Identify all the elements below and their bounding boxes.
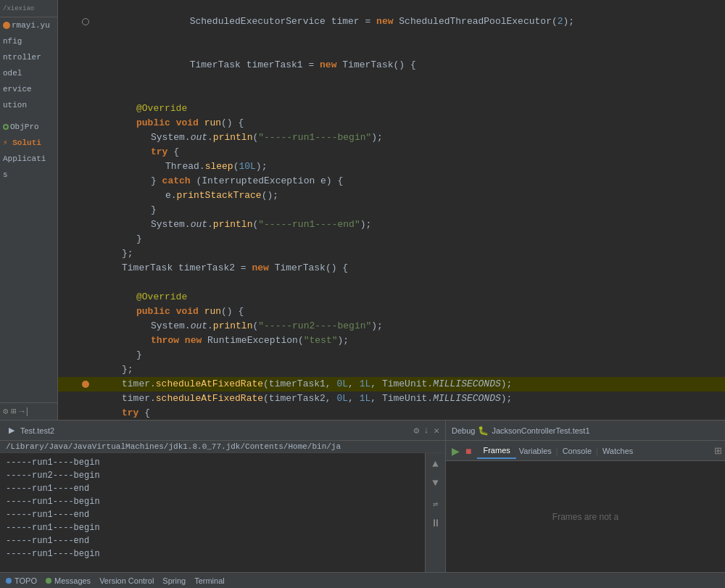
- code-line: TimerTask timerTask1 = new TimerTask() {: [58, 44, 725, 87]
- debug-content: Frames are not a: [446, 461, 725, 572]
- collapse-icon[interactable]: →|: [19, 407, 29, 417]
- code-line: }: [58, 203, 725, 218]
- gutter-circle-icon: [82, 18, 89, 25]
- code-line: @Override: [58, 102, 725, 116]
- code-viewport[interactable]: ScheduledExecutorService timer = new Sch…: [58, 0, 725, 420]
- expand-icon[interactable]: ⊞: [11, 406, 16, 417]
- log-line: -----run1----end: [6, 534, 419, 547]
- debug-subtab-bar: ▶ ■ Frames Variables | Console | Watches…: [446, 441, 725, 461]
- code-line: [58, 87, 725, 102]
- sidebar-item[interactable]: ntroller: [0, 49, 57, 65]
- sidebar-item[interactable]: rmayi.yu: [0, 17, 57, 33]
- breakpoint-icon: [82, 381, 89, 388]
- log-line: -----run1----begin: [6, 495, 419, 508]
- close-tab-icon[interactable]: ✕: [434, 425, 439, 436]
- output-panel: ▶ Test.test2 ⚙ ↓ ✕ /Library/Java/JavaVir…: [0, 421, 446, 572]
- sidebar-panel: /xiexiao rmayi.yu nfig ntroller odel erv…: [0, 0, 58, 420]
- wrap-icon[interactable]: ⇌: [433, 497, 438, 513]
- code-line: throw new RuntimeException("test");: [58, 334, 725, 348]
- debug-stop-icon[interactable]: ■: [463, 445, 474, 457]
- log-line: -----run2----begin: [6, 469, 419, 482]
- sidebar-title: /xiexiao: [3, 5, 34, 12]
- status-item-version[interactable]: Version Control: [99, 576, 154, 585]
- bottom-panel: ▶ Test.test2 ⚙ ↓ ✕ /Library/Java/JavaVir…: [0, 420, 725, 572]
- console-tab[interactable]: Console: [560, 444, 594, 458]
- code-line: e.printStackTrace();: [58, 189, 725, 203]
- sidebar-item-objpro[interactable]: ObjPro: [0, 119, 57, 135]
- output-tab-bar: ▶ Test.test2 ⚙ ↓ ✕: [0, 421, 445, 441]
- sidebar-item-solution[interactable]: ⚡ Soluti: [0, 135, 57, 151]
- settings-tab-icon[interactable]: ⚙: [414, 425, 420, 436]
- pause-icon[interactable]: ⏸: [431, 515, 441, 531]
- debug-bug-icon: 🐛: [478, 426, 489, 436]
- watches-tab[interactable]: Watches: [600, 444, 636, 458]
- sidebar-item[interactable]: nfig: [0, 33, 57, 49]
- code-line: timer.scheduleAtFixedRate(timerTask2, 0L…: [58, 392, 725, 406]
- code-line: }: [58, 232, 725, 247]
- debug-resume-icon[interactable]: ▶: [449, 445, 463, 457]
- green-circle-icon: [3, 124, 9, 130]
- code-line: [58, 276, 725, 290]
- variables-tab[interactable]: Variables: [516, 444, 555, 458]
- output-path: /Library/Java/JavaVirtualMachines/jdk1.8…: [0, 441, 445, 453]
- run-tab[interactable]: ▶: [6, 423, 17, 438]
- code-line: @Override: [58, 290, 725, 305]
- code-line: TimerTask timerTask2 = new TimerTask() {: [58, 261, 725, 276]
- sidebar-item[interactable]: odel: [0, 65, 57, 81]
- run-tab-label[interactable]: Test.test2: [20, 426, 54, 435]
- debug-expand-icon[interactable]: ⊞: [714, 445, 722, 456]
- status-item-terminal[interactable]: Terminal: [194, 576, 225, 585]
- debug-empty-message: Frames are not a: [552, 512, 618, 522]
- code-line: try {: [58, 406, 725, 420]
- status-bar: TOPO Messages Version Control Spring Ter…: [0, 572, 725, 588]
- topo-dot-icon: [6, 578, 12, 584]
- code-line: }: [58, 348, 725, 363]
- status-item-topo[interactable]: TOPO: [6, 576, 37, 585]
- debug-panel: Debug 🐛 JacksonControllerTest.test1 ▶ ■ …: [446, 421, 725, 572]
- log-line: -----run1----begin: [6, 521, 419, 534]
- sidebar-item[interactable]: ution: [0, 97, 57, 113]
- code-editor: ScheduledExecutorService timer = new Sch…: [58, 0, 725, 420]
- orange-circle-icon: [3, 22, 10, 29]
- sidebar-item[interactable]: ervice: [0, 81, 57, 97]
- code-line: };: [58, 363, 725, 377]
- output-log-area[interactable]: -----run1----begin -----run2----begin --…: [0, 453, 425, 572]
- log-line: -----run1----begin: [6, 456, 419, 469]
- debug-tab-bar: Debug 🐛 JacksonControllerTest.test1: [446, 421, 725, 441]
- log-line: -----run1----end: [6, 482, 419, 495]
- code-line: Thread.sleep(10L);: [58, 160, 725, 174]
- code-line: };: [58, 247, 725, 261]
- status-item-spring[interactable]: Spring: [162, 576, 186, 585]
- debug-label: Debug: [452, 426, 475, 435]
- frames-tab[interactable]: Frames: [477, 443, 515, 459]
- scroll-down-icon[interactable]: ↓: [423, 425, 429, 436]
- log-line: -----run1----begin: [6, 547, 419, 560]
- log-line: -----run1----end: [6, 508, 419, 521]
- messages-dot-icon: [46, 578, 51, 584]
- code-line-highlighted: timer.scheduleAtFixedRate(timerTask1, 0L…: [58, 377, 725, 392]
- code-line: System.out.println("-----run2----begin")…: [58, 319, 725, 334]
- code-line: try {: [58, 145, 725, 160]
- status-item-messages[interactable]: Messages: [46, 576, 91, 585]
- sidebar-item-application[interactable]: Applicati: [0, 151, 57, 167]
- code-line: public void run() {: [58, 116, 725, 131]
- sidebar-item-s[interactable]: s: [0, 167, 57, 183]
- settings-icon[interactable]: ⚙: [3, 406, 8, 417]
- scroll-up-icon[interactable]: ▲: [432, 456, 438, 472]
- code-line: System.out.println("-----run1----begin")…: [58, 131, 725, 145]
- debug-session-label: JacksonControllerTest.test1: [492, 426, 589, 435]
- code-line: System.out.println("-----run1----end");: [58, 218, 725, 232]
- scroll-down-icon2[interactable]: ▼: [432, 475, 438, 491]
- output-controls-sidebar: ▲ ▼ ⇌ ⏸: [425, 453, 445, 572]
- code-line: ScheduledExecutorService timer = new Sch…: [58, 0, 725, 44]
- code-line: } catch (InterruptedException e) {: [58, 174, 725, 189]
- code-line: public void run() {: [58, 305, 725, 319]
